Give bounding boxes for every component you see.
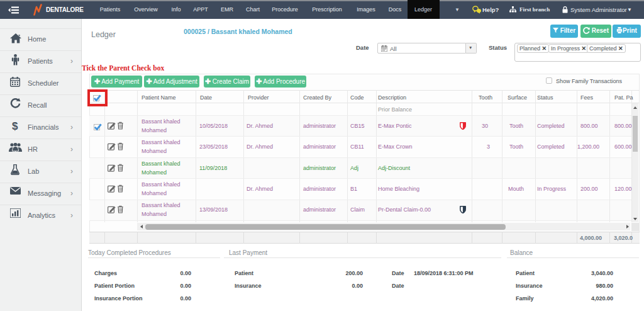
svg-text:$: $: [12, 120, 18, 132]
